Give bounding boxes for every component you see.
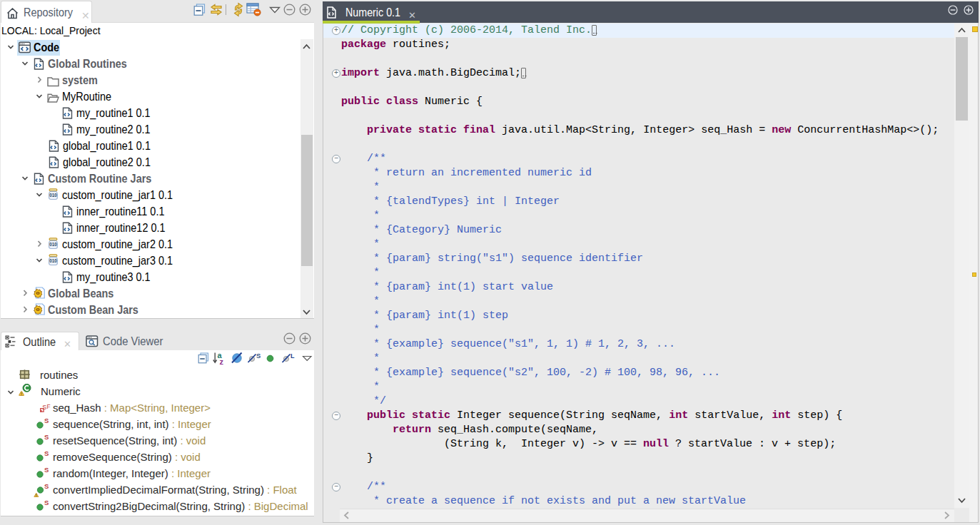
- svg-text:S: S: [256, 352, 261, 360]
- svg-text:z: z: [220, 357, 224, 366]
- svg-text:L: L: [291, 352, 295, 360]
- svg-text:010: 010: [49, 242, 57, 247]
- svg-text:F: F: [47, 404, 51, 410]
- svg-text:010: 010: [49, 193, 57, 198]
- svg-text:S: S: [42, 404, 46, 411]
- svg-text:010: 010: [49, 258, 57, 263]
